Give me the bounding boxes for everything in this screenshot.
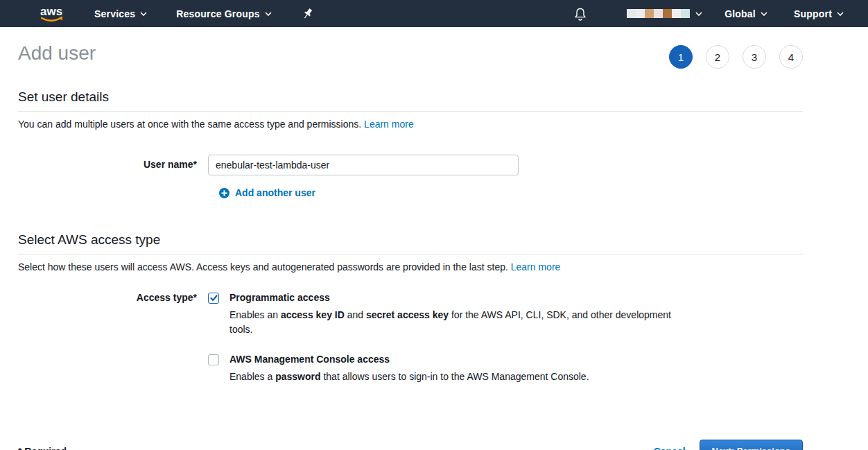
account-name-redacted — [627, 9, 690, 18]
console-access-checkbox[interactable] — [208, 354, 219, 365]
access-type-description: Select how these users will access AWS. … — [18, 261, 803, 272]
section-divider — [18, 111, 803, 112]
access-type-learn-more-link[interactable]: Learn more — [511, 261, 561, 272]
username-row: User name* — [18, 155, 803, 175]
cancel-button[interactable]: Cancel — [654, 446, 686, 450]
access-type-heading: Select AWS access type — [18, 232, 803, 248]
wizard-steps: 1 2 3 4 — [669, 45, 803, 69]
console-access-title: AWS Management Console access — [229, 354, 589, 365]
username-label: User name* — [18, 155, 208, 170]
page-title: Add user — [18, 42, 96, 64]
programmatic-access-checkbox[interactable] — [208, 293, 219, 304]
section-divider — [18, 254, 803, 254]
console-access-description: Enables a password that allows users to … — [229, 370, 589, 384]
checkmark-icon — [210, 295, 218, 302]
nav-resource-groups-label: Resource Groups — [176, 8, 259, 19]
nav-support[interactable]: Support — [794, 8, 844, 19]
next-permissions-button[interactable]: Next: Permissions — [700, 440, 803, 450]
add-another-user-label: Add another user — [235, 187, 315, 198]
add-another-user-button[interactable]: Add another user — [219, 187, 315, 198]
access-type-options: Programmatic access Enables an access ke… — [208, 292, 677, 384]
nav-services-label: Services — [94, 8, 135, 19]
chevron-down-icon — [265, 12, 272, 16]
username-input[interactable] — [208, 155, 519, 175]
nav-support-label: Support — [794, 8, 832, 19]
wizard-footer: * Required Cancel Next: Permissions — [0, 440, 868, 450]
page-header: Add user 1 2 3 4 — [0, 27, 868, 69]
footer-actions: Cancel Next: Permissions — [654, 440, 803, 450]
access-type-row: Access type* Programmatic access Enables… — [18, 292, 803, 384]
notifications-bell-icon[interactable] — [574, 7, 587, 21]
user-details-heading: Set user details — [18, 89, 803, 105]
chevron-down-icon — [761, 12, 767, 16]
nav-region-global[interactable]: Global — [724, 8, 767, 19]
option-console-access: AWS Management Console access Enables a … — [208, 354, 677, 384]
required-note: * Required — [18, 446, 67, 450]
user-details-learn-more-link[interactable]: Learn more — [364, 119, 414, 130]
svg-text:aws: aws — [40, 5, 62, 18]
pushpin-icon[interactable] — [302, 8, 313, 20]
nav-services[interactable]: Services — [94, 8, 147, 19]
section-user-details: Set user details You can add multiple us… — [18, 89, 803, 198]
chevron-down-icon — [695, 12, 702, 16]
programmatic-access-description: Enables an access key ID and secret acce… — [229, 308, 677, 337]
wizard-step-4: 4 — [779, 45, 803, 69]
nav-resource-groups[interactable]: Resource Groups — [176, 8, 271, 19]
wizard-step-2: 2 — [706, 45, 729, 69]
chevron-down-icon — [140, 12, 147, 16]
access-type-label: Access type* — [18, 292, 208, 303]
wizard-step-3: 3 — [743, 45, 766, 69]
plus-circle-icon — [219, 188, 229, 198]
option-programmatic-access: Programmatic access Enables an access ke… — [208, 292, 677, 337]
wizard-step-1: 1 — [669, 45, 693, 69]
chevron-down-icon — [837, 12, 844, 16]
top-navbar: aws Services Resource Groups Global — [0, 0, 868, 27]
account-menu[interactable] — [627, 9, 702, 18]
nav-global-label: Global — [724, 8, 756, 19]
programmatic-access-title: Programmatic access — [229, 292, 677, 303]
aws-logo[interactable]: aws — [37, 5, 67, 23]
aws-logo-icon: aws — [37, 5, 67, 23]
main-content: Set user details You can add multiple us… — [0, 89, 868, 384]
section-access-type: Select AWS access type Select how these … — [18, 232, 803, 384]
user-details-description: You can add multiple users at once with … — [18, 119, 803, 130]
